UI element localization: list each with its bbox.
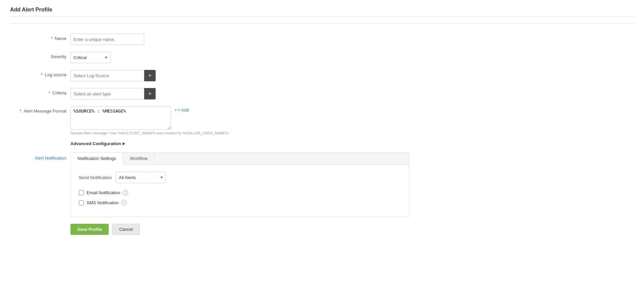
alert-message-textarea-wrap: %SOURCE% : %MESSAGE% + + Add (70, 106, 189, 130)
log-source-input-group: + (70, 70, 156, 81)
log-source-add-button[interactable]: + (144, 70, 156, 81)
send-notification-label: Send Notification (79, 175, 112, 180)
add-variable-link[interactable]: + + Add (174, 106, 189, 113)
log-source-row: * Log source + (10, 70, 634, 82)
page-divider (10, 23, 634, 24)
log-source-control-wrap: + (70, 70, 634, 81)
tab-workflow[interactable]: Workflow (123, 153, 155, 165)
name-input[interactable] (70, 34, 144, 45)
name-label: * Name (10, 34, 70, 41)
advanced-config-toggle[interactable]: Advanced Configuration ▶ (70, 141, 125, 146)
sms-notification-checkbox[interactable] (79, 200, 84, 205)
email-notification-label: Email Notification (87, 190, 120, 195)
send-notification-row: Send Notification All Alerts First Alert… (79, 172, 401, 183)
tabs-header: Notification Settings Workflow (71, 153, 409, 165)
log-source-input[interactable] (70, 70, 144, 81)
notification-panel: Notification Settings Workflow Send Noti… (70, 152, 409, 217)
name-required-star: * (51, 36, 53, 41)
alert-message-textarea[interactable]: %SOURCE% : %MESSAGE% (70, 106, 171, 130)
alert-message-required-star: * (20, 109, 21, 114)
severity-control-wrap: Critical High Medium Low Info ▼ (70, 52, 634, 63)
criteria-required-star: * (48, 90, 50, 95)
severity-select-wrapper: Critical High Medium Low Info ▼ (70, 52, 111, 63)
advanced-config-section: Advanced Configuration ▶ (10, 141, 634, 146)
alert-message-row: * Alert Message Format %SOURCE% : %MESSA… (10, 106, 634, 135)
criteria-input[interactable] (70, 88, 144, 99)
tab-notification-settings[interactable]: Notification Settings (71, 153, 123, 165)
cancel-button[interactable]: Cancel (112, 224, 140, 235)
log-source-label: * Log source (10, 70, 70, 77)
criteria-control-wrap: + (70, 88, 634, 99)
add-variable-plus: + (174, 108, 177, 113)
sms-notification-help-icon[interactable]: ? (121, 200, 127, 205)
log-source-required-star: * (41, 72, 43, 77)
form-section: * Name Severity Critical High Medium Low (10, 30, 634, 238)
name-row: * Name (10, 34, 634, 46)
form-actions: Save Profile Cancel (10, 224, 634, 235)
send-notification-select-wrapper: All Alerts First Alert Only Every Alert … (116, 172, 166, 183)
criteria-label: * Criteria (10, 88, 70, 95)
email-notification-row: Email Notification ? (79, 190, 401, 195)
severity-row: Severity Critical High Medium Low Info ▼ (10, 52, 634, 64)
alert-notification-label: Alert Notification (10, 152, 70, 161)
name-control-wrap (70, 34, 634, 45)
page-title: Add Alert Profile (10, 7, 634, 16)
severity-select[interactable]: Critical High Medium Low Info (70, 52, 111, 63)
sms-notification-row: SMS Notification ? (79, 200, 401, 205)
page-container: Add Alert Profile * Name Severity Critic… (0, 0, 644, 245)
alert-message-label: * Alert Message Format (10, 106, 70, 114)
advanced-config-chevron: ▶ (122, 141, 125, 146)
email-notification-help-icon[interactable]: ? (123, 190, 128, 195)
sample-message: Sample Alert message: User %ACCOUNT_NAME… (70, 131, 228, 135)
email-notification-checkbox[interactable] (79, 190, 84, 195)
send-notification-select[interactable]: All Alerts First Alert Only Every Alert (116, 172, 166, 183)
severity-label: Severity (10, 52, 70, 59)
criteria-row: * Criteria + (10, 88, 634, 100)
sms-notification-label: SMS Notification (87, 200, 119, 205)
save-profile-button[interactable]: Save Profile (70, 224, 109, 235)
criteria-add-button[interactable]: + (144, 88, 156, 99)
tab-content-notification-settings: Send Notification All Alerts First Alert… (71, 165, 409, 217)
alert-notification-row: Alert Notification Notification Settings… (10, 152, 634, 217)
criteria-input-group: + (70, 88, 156, 99)
alert-message-control-wrap: %SOURCE% : %MESSAGE% + + Add Sample Aler… (70, 106, 634, 135)
